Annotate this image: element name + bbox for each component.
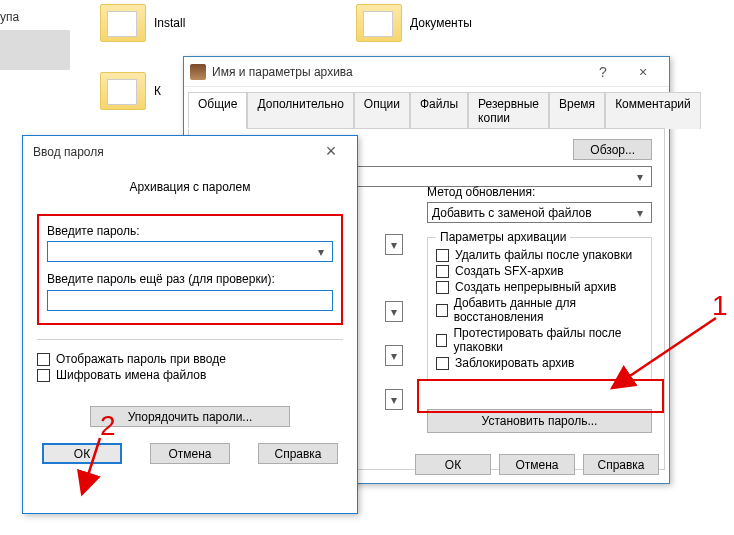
cutoff-combo-fragment[interactable]: ▾: [385, 345, 403, 366]
cutoff-combo-fragment[interactable]: ▾: [385, 234, 403, 255]
cancel-button[interactable]: Отмена: [150, 443, 230, 464]
update-method-label: Метод обновления:: [427, 185, 652, 199]
checkbox-icon: [436, 304, 448, 317]
folder-label: Install: [154, 16, 185, 30]
folder-label: К: [154, 84, 161, 98]
show-password-checkbox[interactable]: Отображать пароль при вводе: [37, 352, 343, 366]
winrar-icon: [190, 64, 206, 80]
checkbox-icon: [436, 281, 449, 294]
ok-button[interactable]: ОК: [42, 443, 122, 464]
folder-icon: [100, 72, 146, 110]
confirm-password-input[interactable]: [47, 290, 333, 311]
param-delete-after[interactable]: Удалить файлы после упаковки: [436, 248, 643, 262]
help-button[interactable]: Справка: [258, 443, 338, 464]
tab-general[interactable]: Общие: [188, 92, 247, 129]
checkbox-icon: [436, 265, 449, 278]
enter-password-label: Введите пароль:: [47, 224, 333, 238]
folder-item[interactable]: Документы: [356, 4, 472, 42]
param-lock[interactable]: Заблокировать архив: [436, 356, 643, 370]
folder-item[interactable]: К: [100, 72, 161, 110]
folder-icon: [356, 4, 402, 42]
tab-comment[interactable]: Комментарий: [605, 92, 701, 129]
checkbox-icon: [436, 334, 447, 347]
chevron-down-icon: ▾: [633, 170, 647, 184]
chevron-down-icon: ▾: [633, 206, 647, 220]
chevron-down-icon: ▾: [390, 305, 398, 319]
tab-advanced[interactable]: Дополнительно: [247, 92, 353, 129]
folder-item[interactable]: Install: [100, 4, 185, 42]
sidebar-fragment: упа: [0, 10, 19, 24]
confirm-password-label: Введите пароль ещё раз (для проверки):: [47, 272, 333, 286]
param-recovery[interactable]: Добавить данные для восстановления: [436, 296, 643, 324]
cancel-button[interactable]: Отмена: [499, 454, 575, 475]
param-solid[interactable]: Создать непрерывный архив: [436, 280, 643, 294]
checkbox-icon: [436, 249, 449, 262]
window-title: Имя и параметры архива: [212, 64, 583, 79]
password-window: Ввод пароля × Архивация с паролем Введит…: [22, 135, 358, 514]
tab-time[interactable]: Время: [549, 92, 605, 129]
footer-buttons: ОК Отмена Справка: [415, 454, 659, 475]
help-button[interactable]: Справка: [583, 454, 659, 475]
help-button[interactable]: ?: [583, 59, 623, 85]
titlebar[interactable]: Ввод пароля ×: [23, 136, 357, 166]
checkbox-icon: [37, 369, 50, 382]
archive-params-group: Параметры архивации Удалить файлы после …: [427, 237, 652, 381]
param-test[interactable]: Протестировать файлы после упаковки: [436, 326, 643, 354]
cutoff-combo-fragment[interactable]: ▾: [385, 389, 403, 410]
checkbox-icon: [436, 357, 449, 370]
encrypt-names-checkbox[interactable]: Шифровать имена файлов: [37, 368, 343, 382]
titlebar[interactable]: Имя и параметры архива ? ×: [184, 57, 669, 87]
annotation-highlight-2: Введите пароль: ▾ Введите пароль ещё раз…: [37, 214, 343, 325]
browse-button[interactable]: Обзор...: [573, 139, 652, 160]
password-input[interactable]: ▾: [47, 241, 333, 262]
update-method-value: Добавить с заменой файлов: [432, 206, 592, 220]
checkbox-icon: [37, 353, 50, 366]
chevron-down-icon: ▾: [390, 238, 398, 252]
chevron-down-icon: ▾: [390, 393, 398, 407]
chevron-down-icon: ▾: [390, 349, 398, 363]
param-sfx[interactable]: Создать SFX-архив: [436, 264, 643, 278]
close-button[interactable]: ×: [311, 138, 351, 164]
close-button[interactable]: ×: [623, 59, 663, 85]
annotation-number-2: 2: [100, 410, 116, 442]
ok-button[interactable]: ОК: [415, 454, 491, 475]
chevron-down-icon: ▾: [314, 245, 328, 259]
archive-params-legend: Параметры архивации: [436, 230, 570, 244]
annotation-number-1: 1: [712, 290, 728, 322]
sidebar-slab: [0, 30, 70, 70]
annotation-highlight-1: [417, 379, 664, 413]
tab-options[interactable]: Опции: [354, 92, 410, 129]
folder-label: Документы: [410, 16, 472, 30]
separator: [37, 339, 343, 340]
tab-backup[interactable]: Резервные копии: [468, 92, 549, 129]
folder-icon: [100, 4, 146, 42]
cutoff-combo-fragment[interactable]: ▾: [385, 301, 403, 322]
tab-strip: Общие Дополнительно Опции Файлы Резервны…: [184, 87, 669, 128]
password-heading: Архивация с паролем: [37, 180, 343, 194]
password-body: Архивация с паролем Введите пароль: ▾ Вв…: [23, 166, 357, 474]
window-title: Ввод пароля: [29, 144, 311, 159]
update-method-combo[interactable]: Добавить с заменой файлов ▾: [427, 202, 652, 223]
organize-passwords-button[interactable]: Упорядочить пароли...: [90, 406, 290, 427]
tab-files[interactable]: Файлы: [410, 92, 468, 129]
